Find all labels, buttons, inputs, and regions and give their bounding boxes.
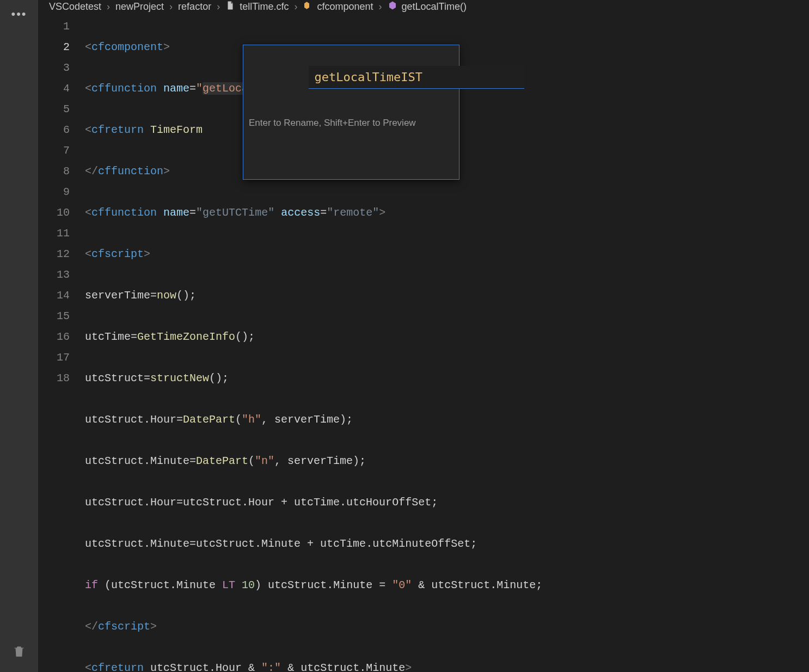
breadcrumb[interactable]: tellTime.cfc <box>225 1 289 13</box>
line-number: 9 <box>38 182 70 203</box>
breadcrumb[interactable]: cfcomponent <box>303 1 373 13</box>
breadcrumb-label: getLocalTime() <box>402 1 467 13</box>
line-number: 17 <box>38 347 70 368</box>
activity-bar: ••• <box>0 0 38 672</box>
line-number: 12 <box>38 244 70 265</box>
line-number: 4 <box>38 78 70 99</box>
breadcrumb[interactable]: refactor <box>178 1 211 13</box>
breadcrumb[interactable]: getLocalTime() <box>388 1 467 13</box>
breadcrumb-label: cfcomponent <box>317 1 373 13</box>
method-icon <box>388 1 397 13</box>
trash-icon[interactable] <box>10 643 28 660</box>
breadcrumb-label: refactor <box>178 1 211 13</box>
code-area[interactable]: <cfcomponent> <cffunction name="getLocal… <box>85 13 809 672</box>
line-number: 16 <box>38 327 70 347</box>
chevron-right-icon: › <box>294 1 297 13</box>
breadcrumb[interactable]: newProject <box>115 1 164 13</box>
line-number: 7 <box>38 140 70 161</box>
line-number: 18 <box>38 368 70 389</box>
line-number: 13 <box>38 265 70 285</box>
line-number: 1 <box>38 16 70 37</box>
chevron-right-icon: › <box>169 1 173 13</box>
class-icon <box>303 1 312 13</box>
line-number: 15 <box>38 306 70 327</box>
breadcrumb-label: newProject <box>115 1 164 13</box>
line-number: 3 <box>38 58 70 78</box>
line-number: 2 <box>38 37 70 58</box>
menu-more-icon[interactable]: ••• <box>10 4 28 22</box>
breadcrumb-label: VSCodetest <box>49 1 101 13</box>
line-number: 11 <box>38 223 70 244</box>
chevron-right-icon: › <box>217 1 220 13</box>
app-root: ••• tellTime.cfc VSCodetest • newProject… <box>0 0 809 672</box>
breadcrumb-bar: VSCodetest › newProject › refactor › tel… <box>38 1 809 13</box>
rename-widget: Enter to Rename, Shift+Enter to Preview <box>243 45 459 180</box>
line-number: 10 <box>38 203 70 223</box>
breadcrumb[interactable]: VSCodetest <box>49 1 101 13</box>
line-number: 8 <box>38 161 70 182</box>
rename-hint: Enter to Rename, Shift+Enter to Preview <box>243 109 459 138</box>
line-number: 6 <box>38 120 70 140</box>
code-editor[interactable]: 123456789101112131415161718 <cfcomponent… <box>38 13 809 672</box>
chevron-right-icon: › <box>379 1 382 13</box>
chevron-right-icon: › <box>107 1 110 13</box>
line-number: 5 <box>38 99 70 120</box>
rename-input[interactable] <box>309 66 524 89</box>
breadcrumb-label: tellTime.cfc <box>240 1 289 13</box>
line-number-gutter: 123456789101112131415161718 <box>38 13 85 672</box>
editor-group: tellTime.cfc VSCodetest • newProject\ref… <box>38 0 809 672</box>
line-number: 14 <box>38 285 70 306</box>
file-icon <box>225 1 235 13</box>
